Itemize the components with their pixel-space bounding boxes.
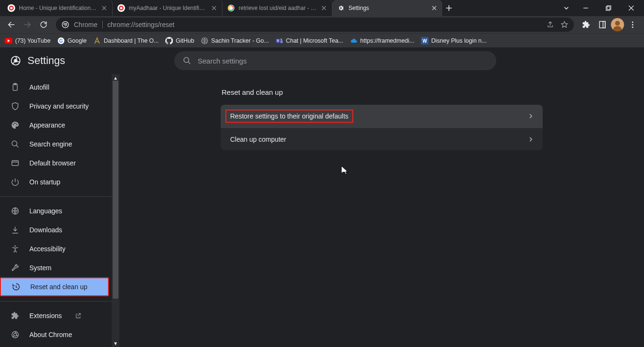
settings-search-input[interactable] — [174, 51, 496, 70]
bookmark-label: GitHub — [176, 37, 194, 44]
section-heading: Reset and clean up — [221, 88, 543, 96]
svg-point-2 — [10, 7, 13, 9]
browser-tab[interactable]: myAadhaar - Unique Identificati — [113, 0, 223, 16]
share-icon[interactable] — [546, 21, 554, 28]
sidebar-item-downloads[interactable]: Downloads — [0, 220, 112, 239]
browser-toolbar: Chrome chrome://settings/reset — [0, 16, 644, 33]
extensions-button[interactable] — [579, 17, 594, 32]
settings-card: Restore settings to their original defau… — [221, 105, 543, 150]
google-icon: G — [57, 37, 65, 45]
sidebar-divider — [0, 301, 112, 301]
sidebar-item-autofill[interactable]: Autofill — [0, 78, 112, 97]
cloud-icon — [350, 37, 358, 45]
settings-page: Settings Autofill Privacy and security — [0, 47, 644, 347]
sidebar-item-label: Reset and clean up — [30, 283, 88, 291]
power-icon — [10, 177, 20, 187]
svg-rect-13 — [599, 21, 605, 28]
uidai-favicon — [8, 4, 15, 12]
svg-text:T: T — [277, 39, 279, 42]
puzzle-icon — [10, 311, 20, 320]
clipboard-icon — [10, 82, 20, 92]
sidebar-item-label: On startup — [29, 178, 60, 186]
bookmark-item[interactable]: G Google — [57, 37, 87, 45]
bookmark-label: Google — [68, 37, 87, 44]
bookmark-item[interactable]: Dashboard | The O... — [93, 37, 159, 45]
close-window-button[interactable] — [620, 0, 642, 16]
bookmark-item[interactable]: W Disney Plus login n... — [421, 37, 487, 45]
sidebar-item-reset[interactable]: Reset and clean up — [0, 277, 109, 296]
sidebar-item-about[interactable]: About Chrome — [0, 325, 112, 344]
profile-avatar-button[interactable] — [611, 18, 624, 31]
browser-tab[interactable]: Home - Unique Identification Aut — [3, 0, 113, 16]
sidebar-item-appearance[interactable]: Appearance — [0, 116, 112, 135]
search-icon — [10, 139, 20, 149]
back-button[interactable] — [4, 17, 19, 32]
reload-button[interactable] — [36, 17, 51, 32]
bookmark-item[interactable]: T Chat | Microsoft Tea... — [276, 37, 343, 45]
reading-list-button[interactable] — [595, 17, 610, 32]
bookmark-item[interactable]: (73) YouTube — [5, 37, 51, 45]
settings-search-field[interactable] — [198, 57, 488, 65]
bookmark-item[interactable]: https://framedmedi... — [350, 37, 414, 45]
close-icon[interactable] — [431, 5, 438, 11]
close-icon[interactable] — [101, 5, 107, 11]
wrench-icon — [10, 263, 20, 273]
sidebar-item-extensions[interactable]: Extensions — [0, 306, 112, 325]
svg-point-20 — [632, 27, 634, 28]
settings-main-content: Reset and clean up Restore settings to t… — [119, 74, 644, 347]
svg-point-5 — [120, 7, 123, 9]
sidebar-item-privacy[interactable]: Privacy and security — [0, 97, 112, 116]
maximize-button[interactable] — [598, 0, 619, 16]
globe-icon — [10, 206, 20, 216]
new-tab-button[interactable] — [442, 0, 456, 16]
forward-button[interactable] — [20, 17, 35, 32]
chevron-right-icon — [528, 114, 533, 119]
palette-icon — [10, 120, 20, 130]
sidebar-item-system[interactable]: System — [0, 258, 112, 277]
sidebar-item-accessibility[interactable]: Accessibility — [0, 239, 112, 258]
cleanup-computer-row[interactable]: Clean up computer — [221, 128, 543, 150]
svg-point-27 — [280, 38, 282, 40]
browser-tab-active[interactable]: Settings — [332, 0, 442, 16]
url-scheme-label: Chrome — [74, 21, 103, 28]
svg-rect-14 — [603, 21, 606, 28]
tab-search-button[interactable] — [558, 0, 575, 16]
site-info-icon[interactable] — [62, 21, 69, 28]
sidebar-item-search-engine[interactable]: Search engine — [0, 135, 112, 154]
sidebar-item-label: Accessibility — [29, 245, 65, 253]
sidebar-item-on-startup[interactable]: On startup — [0, 173, 112, 192]
settings-sidebar: Autofill Privacy and security Appearance… — [0, 74, 112, 347]
url-text: chrome://settings/reset — [107, 21, 175, 28]
svg-rect-7 — [606, 7, 610, 10]
star-icon[interactable] — [561, 21, 568, 28]
close-icon[interactable] — [211, 5, 217, 11]
browser-tab[interactable]: retrieve lost uid/eid aadhar - Goo — [223, 0, 332, 16]
sidebar-item-label: Languages — [29, 207, 62, 215]
bookmark-label: (73) YouTube — [15, 37, 51, 44]
sidebar-item-label: Search engine — [29, 140, 72, 148]
chevron-right-icon — [528, 137, 533, 142]
sidebar-scrollbar[interactable]: ▲ ▼ — [112, 74, 119, 347]
bookmark-item[interactable]: GitHub — [165, 37, 194, 45]
tab-title: myAadhaar - Unique Identificati — [129, 5, 207, 11]
scroll-down-icon[interactable]: ▼ — [112, 339, 119, 347]
minimize-button[interactable] — [575, 0, 597, 16]
tab-strip: Home - Unique Identification Aut myAadha… — [0, 0, 558, 16]
address-bar[interactable]: Chrome chrome://settings/reset — [56, 18, 574, 32]
kebab-menu-button[interactable] — [625, 17, 640, 32]
svg-rect-28 — [280, 40, 283, 43]
sidebar-item-default-browser[interactable]: Default browser — [0, 154, 112, 173]
svg-point-41 — [14, 333, 17, 336]
sidebar-item-languages[interactable]: Languages — [0, 201, 112, 220]
cleanup-computer-label: Clean up computer — [230, 136, 286, 143]
scrollbar-thumb[interactable] — [113, 81, 118, 299]
sidebar-item-label: Downloads — [29, 226, 62, 234]
sidebar-item-label: About Chrome — [29, 331, 72, 338]
globe-icon — [201, 37, 208, 45]
close-icon[interactable] — [321, 5, 327, 11]
shield-icon — [10, 101, 20, 111]
bookmark-item[interactable]: Sachin Tracker - Go... — [201, 37, 269, 45]
settings-header: Settings — [0, 47, 644, 74]
restore-defaults-row[interactable]: Restore settings to their original defau… — [221, 105, 543, 128]
svg-text:G: G — [59, 38, 63, 44]
